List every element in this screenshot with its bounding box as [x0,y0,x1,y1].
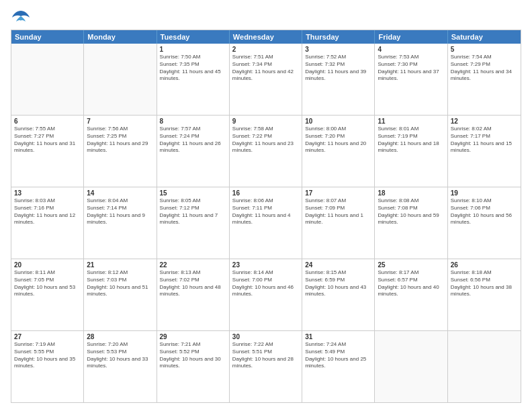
day-number: 9 [232,118,299,125]
header [11,8,521,24]
cal-cell: 2Sunrise: 7:51 AM Sunset: 7:34 PM Daylig… [230,44,302,115]
cal-cell: 26Sunrise: 8:18 AM Sunset: 6:56 PM Dayli… [448,259,521,330]
day-number: 10 [305,118,371,125]
day-number: 13 [14,189,81,197]
cal-cell [84,44,157,115]
calendar-row-1: 1Sunrise: 7:50 AM Sunset: 7:35 PM Daylig… [11,44,521,115]
cal-cell: 29Sunrise: 7:21 AM Sunset: 5:52 PM Dayli… [157,331,230,402]
cal-cell: 19Sunrise: 8:10 AM Sunset: 7:06 PM Dayli… [448,187,521,259]
cal-cell: 25Sunrise: 8:17 AM Sunset: 6:57 PM Dayli… [375,259,447,330]
cal-cell [11,44,84,115]
day-number: 6 [14,118,81,125]
cal-cell: 22Sunrise: 8:13 AM Sunset: 7:02 PM Dayli… [157,259,230,330]
cell-text: Sunrise: 7:19 AM Sunset: 5:55 PM Dayligh… [14,341,81,370]
day-number: 11 [378,118,444,125]
cal-cell: 6Sunrise: 7:55 AM Sunset: 7:27 PM Daylig… [11,116,84,187]
day-number: 15 [160,189,226,197]
cell-text: Sunrise: 7:53 AM Sunset: 7:30 PM Dayligh… [378,54,444,83]
page: SundayMondayTuesdayWednesdayThursdayFrid… [0,0,532,411]
day-number: 24 [305,261,371,269]
header-cell-friday: Friday [375,30,447,44]
cal-cell: 4Sunrise: 7:53 AM Sunset: 7:30 PM Daylig… [375,44,447,115]
cal-cell: 28Sunrise: 7:20 AM Sunset: 5:53 PM Dayli… [84,331,157,402]
cal-cell: 17Sunrise: 8:07 AM Sunset: 7:09 PM Dayli… [302,187,375,259]
cell-text: Sunrise: 8:00 AM Sunset: 7:20 PM Dayligh… [305,126,371,154]
cal-cell: 12Sunrise: 8:02 AM Sunset: 7:17 PM Dayli… [448,116,521,187]
cal-cell: 27Sunrise: 7:19 AM Sunset: 5:55 PM Dayli… [11,331,84,402]
cell-text: Sunrise: 7:57 AM Sunset: 7:24 PM Dayligh… [160,126,226,154]
calendar-row-2: 6Sunrise: 7:55 AM Sunset: 7:27 PM Daylig… [11,115,521,187]
day-number: 7 [87,118,153,125]
day-number: 5 [451,46,518,53]
day-number: 16 [232,189,299,197]
day-number: 8 [160,118,226,125]
header-cell-wednesday: Wednesday [230,30,302,44]
cell-text: Sunrise: 8:12 AM Sunset: 7:03 PM Dayligh… [87,269,153,298]
cal-cell [448,331,521,402]
header-cell-tuesday: Tuesday [157,30,230,44]
cell-text: Sunrise: 8:05 AM Sunset: 7:12 PM Dayligh… [160,197,226,226]
cell-text: Sunrise: 8:10 AM Sunset: 7:06 PM Dayligh… [451,197,518,226]
cell-text: Sunrise: 7:52 AM Sunset: 7:32 PM Dayligh… [305,54,371,83]
cell-text: Sunrise: 8:01 AM Sunset: 7:19 PM Dayligh… [378,126,444,154]
calendar-row-4: 20Sunrise: 8:11 AM Sunset: 7:05 PM Dayli… [11,259,521,330]
day-number: 19 [451,189,518,197]
calendar-header: SundayMondayTuesdayWednesdayThursdayFrid… [11,30,521,44]
cell-text: Sunrise: 7:51 AM Sunset: 7:34 PM Dayligh… [232,54,299,83]
header-cell-monday: Monday [84,30,157,44]
day-number: 23 [232,261,299,269]
cell-text: Sunrise: 7:55 AM Sunset: 7:27 PM Dayligh… [14,126,81,154]
cell-text: Sunrise: 8:03 AM Sunset: 7:16 PM Dayligh… [14,197,81,226]
cal-cell: 11Sunrise: 8:01 AM Sunset: 7:19 PM Dayli… [375,116,447,187]
day-number: 14 [87,189,153,197]
cell-text: Sunrise: 7:54 AM Sunset: 7:29 PM Dayligh… [451,54,518,83]
day-number: 2 [232,46,299,53]
cal-cell: 23Sunrise: 8:14 AM Sunset: 7:00 PM Dayli… [230,259,302,330]
cal-cell: 7Sunrise: 7:56 AM Sunset: 7:25 PM Daylig… [84,116,157,187]
cell-text: Sunrise: 8:04 AM Sunset: 7:14 PM Dayligh… [87,197,153,226]
day-number: 12 [451,118,518,125]
day-number: 27 [14,333,81,340]
cal-cell: 15Sunrise: 8:05 AM Sunset: 7:12 PM Dayli… [157,187,230,259]
day-number: 30 [232,333,299,340]
cal-cell: 31Sunrise: 7:24 AM Sunset: 5:49 PM Dayli… [302,331,375,402]
calendar-row-5: 27Sunrise: 7:19 AM Sunset: 5:55 PM Dayli… [11,330,521,402]
day-number: 17 [305,189,371,197]
cell-text: Sunrise: 8:15 AM Sunset: 6:59 PM Dayligh… [305,269,371,298]
day-number: 31 [305,333,371,340]
header-cell-thursday: Thursday [302,30,375,44]
calendar-body: 1Sunrise: 7:50 AM Sunset: 7:35 PM Daylig… [11,44,521,402]
cal-cell: 8Sunrise: 7:57 AM Sunset: 7:24 PM Daylig… [157,116,230,187]
day-number: 4 [378,46,444,53]
cell-text: Sunrise: 8:08 AM Sunset: 7:08 PM Dayligh… [378,197,444,226]
cal-cell [375,331,447,402]
cal-cell: 3Sunrise: 7:52 AM Sunset: 7:32 PM Daylig… [302,44,375,115]
day-number: 18 [378,189,444,197]
cell-text: Sunrise: 7:22 AM Sunset: 5:51 PM Dayligh… [232,341,299,370]
calendar-row-3: 13Sunrise: 8:03 AM Sunset: 7:16 PM Dayli… [11,187,521,259]
cell-text: Sunrise: 8:11 AM Sunset: 7:05 PM Dayligh… [14,269,81,298]
cell-text: Sunrise: 8:13 AM Sunset: 7:02 PM Dayligh… [160,269,226,298]
cell-text: Sunrise: 8:14 AM Sunset: 7:00 PM Dayligh… [232,269,299,298]
day-number: 21 [87,261,153,269]
cal-cell: 13Sunrise: 8:03 AM Sunset: 7:16 PM Dayli… [11,187,84,259]
cell-text: Sunrise: 8:06 AM Sunset: 7:11 PM Dayligh… [232,197,299,226]
cal-cell: 21Sunrise: 8:12 AM Sunset: 7:03 PM Dayli… [84,259,157,330]
cell-text: Sunrise: 7:50 AM Sunset: 7:35 PM Dayligh… [160,54,226,83]
cal-cell: 5Sunrise: 7:54 AM Sunset: 7:29 PM Daylig… [448,44,521,115]
cell-text: Sunrise: 7:58 AM Sunset: 7:22 PM Dayligh… [232,126,299,154]
calendar: SundayMondayTuesdayWednesdayThursdayFrid… [11,30,521,403]
day-number: 29 [160,333,226,340]
day-number: 20 [14,261,81,269]
cal-cell: 20Sunrise: 8:11 AM Sunset: 7:05 PM Dayli… [11,259,84,330]
cal-cell: 30Sunrise: 7:22 AM Sunset: 5:51 PM Dayli… [230,331,302,402]
day-number: 25 [378,261,444,269]
logo-icon [11,8,31,24]
logo [11,8,34,24]
day-number: 1 [160,46,226,53]
cal-cell: 9Sunrise: 7:58 AM Sunset: 7:22 PM Daylig… [230,116,302,187]
day-number: 3 [305,46,371,53]
cell-text: Sunrise: 8:17 AM Sunset: 6:57 PM Dayligh… [378,269,444,298]
day-number: 26 [451,261,518,269]
cell-text: Sunrise: 7:56 AM Sunset: 7:25 PM Dayligh… [87,126,153,154]
